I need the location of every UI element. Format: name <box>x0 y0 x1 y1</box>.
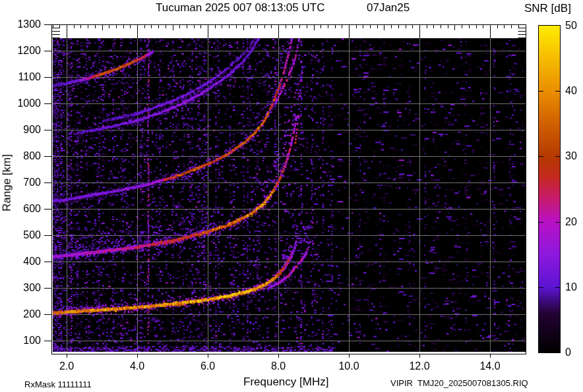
x-tick-label: 10.0 <box>332 360 365 372</box>
colorbar-tick-label: 30 <box>565 150 577 162</box>
x-tick-label: 12.0 <box>403 360 436 372</box>
y-tick-label: 400 <box>9 256 41 267</box>
data-file-label: VIPIR TMJ20_2025007081305.RIQ <box>390 379 528 388</box>
y-tick-label: 1200 <box>9 45 41 57</box>
y-tick-label: 600 <box>9 203 41 215</box>
colorbar-tick-label: 50 <box>565 20 577 32</box>
y-tick-label: 300 <box>9 282 41 294</box>
x-tick-label: 2.0 <box>50 360 83 372</box>
x-axis-label: Frequency [MHz] <box>243 376 328 389</box>
y-tick-label: 200 <box>9 308 41 320</box>
ionogram-page: Tucuman 2025 007 08:13:05 UTC 07Jan25 SN… <box>0 0 583 392</box>
colorbar-title: SNR [dB] <box>524 3 571 15</box>
y-tick-label: 1100 <box>9 71 41 83</box>
colorbar-tick-label: 20 <box>565 216 577 228</box>
y-tick-label: 100 <box>9 335 41 347</box>
y-tick-label: 900 <box>9 124 41 136</box>
x-tick-label: 8.0 <box>262 360 295 372</box>
rxmask-label: RxMask 11111111 <box>24 380 92 389</box>
colorbar-tick-label: 40 <box>565 85 577 97</box>
y-tick-label: 1000 <box>9 98 41 109</box>
y-tick-label: 700 <box>9 177 41 188</box>
ionogram-canvas <box>0 0 583 392</box>
y-tick-label: 1300 <box>9 18 41 30</box>
x-tick-label: 14.0 <box>474 360 506 372</box>
x-tick-label: 6.0 <box>191 360 224 372</box>
page-title: Tucuman 2025 007 08:13:05 UTC <box>156 2 324 14</box>
date-label: 07Jan25 <box>367 2 410 14</box>
colorbar-tick-label: 0 <box>565 347 571 358</box>
colorbar-tick-label: 10 <box>565 281 577 293</box>
x-tick-label: 4.0 <box>121 360 154 372</box>
y-tick-label: 800 <box>9 150 41 162</box>
y-tick-label: 500 <box>9 229 41 241</box>
